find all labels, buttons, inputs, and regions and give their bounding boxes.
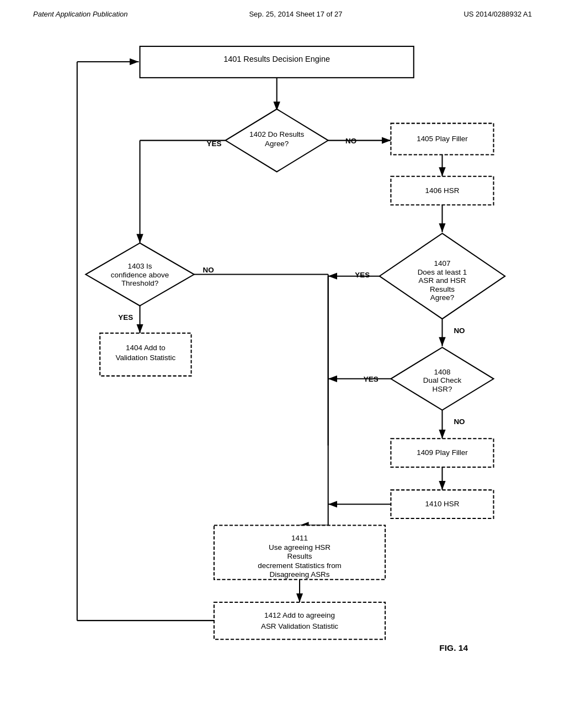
svg-text:1409 Play Filler: 1409 Play Filler (417, 448, 468, 457)
svg-text:1407: 1407 (434, 259, 451, 267)
svg-text:1405 Play Filler: 1405 Play Filler (417, 135, 468, 143)
svg-text:Does at least 1: Does at least 1 (418, 268, 467, 276)
svg-text:decrement Statistics from: decrement Statistics from (258, 561, 342, 570)
diagram-area: 1401 Results Decision Engine 1402 Do Res… (0, 29, 565, 702)
svg-text:Disagreeing ASRs: Disagreeing ASRs (269, 570, 329, 579)
svg-text:1412 Add to agreeing: 1412 Add to agreeing (264, 611, 335, 619)
svg-text:YES: YES (355, 271, 370, 279)
svg-text:1403 Is: 1403 Is (127, 262, 152, 270)
svg-text:ASR and HSR: ASR and HSR (419, 276, 466, 285)
svg-text:confidence above: confidence above (111, 271, 169, 279)
svg-text:Agree?: Agree? (265, 140, 289, 148)
svg-text:Threshold?: Threshold? (121, 279, 158, 287)
svg-text:Use agreeing HSR: Use agreeing HSR (269, 543, 331, 552)
flowchart-svg: 1401 Results Decision Engine 1402 Do Res… (0, 29, 565, 702)
svg-text:FIG. 14: FIG. 14 (439, 643, 468, 652)
svg-text:1401 Results Decision Engine: 1401 Results Decision Engine (223, 55, 330, 63)
header-patent-number: US 2014/0288932 A1 (463, 10, 532, 18)
svg-text:Validation Statistic: Validation Statistic (115, 354, 175, 362)
svg-text:NO: NO (203, 266, 214, 274)
svg-text:1410 HSR: 1410 HSR (425, 500, 459, 508)
svg-text:Results: Results (430, 285, 455, 293)
page-header: Patent Application Publication Sep. 25, … (0, 0, 565, 24)
header-publication: Patent Application Publication (33, 10, 128, 18)
svg-text:Dual Check: Dual Check (423, 376, 462, 384)
svg-text:Results: Results (287, 552, 312, 560)
svg-text:ASR Validation Statistic: ASR Validation Statistic (261, 622, 338, 630)
svg-text:1408: 1408 (434, 368, 451, 376)
svg-text:NO: NO (454, 326, 465, 335)
svg-text:1404 Add to: 1404 Add to (126, 344, 166, 352)
svg-text:HSR?: HSR? (433, 385, 452, 393)
svg-rect-63 (214, 602, 385, 639)
svg-text:YES: YES (118, 313, 133, 322)
svg-text:1406 HSR: 1406 HSR (425, 186, 459, 195)
svg-text:Agree?: Agree? (430, 293, 454, 302)
header-date-sheet: Sep. 25, 2014 Sheet 17 of 27 (249, 10, 342, 18)
svg-text:1411: 1411 (291, 534, 308, 542)
svg-text:NO: NO (454, 417, 465, 426)
svg-text:1402 Do Results: 1402 Do Results (249, 130, 305, 138)
